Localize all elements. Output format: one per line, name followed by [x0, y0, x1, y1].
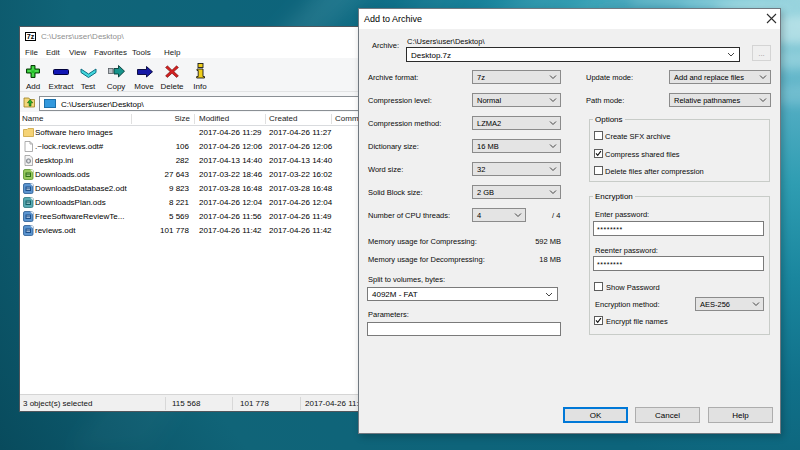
- svg-text:7z: 7z: [27, 33, 35, 40]
